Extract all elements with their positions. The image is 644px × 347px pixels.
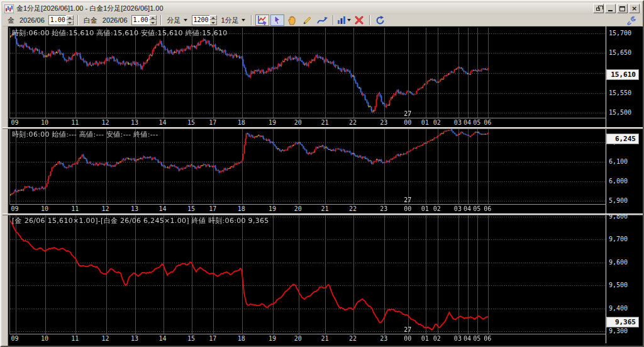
bar-chart-icon: [337, 16, 346, 25]
axis-label: 15,550: [609, 89, 631, 96]
x-axis-label: 01: [421, 335, 429, 342]
cursor-arrow-icon: [273, 16, 282, 25]
pan-tool-button[interactable]: [286, 14, 299, 26]
window-title: 金1分足[2026/06]1.00 - 白金1分足[2026/06]1.00: [16, 4, 592, 13]
close-button[interactable]: ×: [629, 4, 640, 13]
plot-gold-1min[interactable]: [9, 28, 606, 118]
price-inspect-icon: [257, 15, 267, 25]
delete-drawing-tool-button[interactable]: [352, 14, 366, 26]
axis-label: 5,900: [609, 197, 628, 204]
x-axis-label: 15: [187, 205, 195, 212]
x-axis-label: 05: [473, 205, 480, 212]
gold-label: 金: [8, 16, 14, 25]
axis-label: 9,800: [609, 213, 628, 220]
spinner-down-icon[interactable]: [209, 20, 217, 25]
platinum-label: 白金: [84, 16, 97, 25]
axis-label: 6,100: [609, 158, 628, 165]
platinum-ratio-value[interactable]: 1.00: [131, 15, 149, 25]
plot-gold-platinum-spread[interactable]: [9, 215, 606, 334]
toolbar: 金 2026/06 1.00 白金 2026/06 1.00 分足 1200 1…: [3, 14, 641, 26]
x-axis-label: 03: [454, 205, 462, 212]
axis-label: 6,000: [609, 178, 628, 185]
x-axis-label: 02: [433, 335, 441, 342]
plot-platinum-1min[interactable]: [9, 129, 606, 205]
x-axis-label: 15: [187, 119, 195, 126]
maximize-icon: [619, 6, 625, 11]
spinner-down-icon[interactable]: [66, 20, 74, 25]
x-axis-label: 20: [294, 119, 302, 126]
spinner-up-icon[interactable]: [66, 15, 74, 20]
x-axis-label: 14: [159, 335, 167, 342]
current-price-tag-gold-platinum-spread: 9,365: [606, 317, 639, 327]
info-line-gold-1min: 時刻:06:00 始値:15,610 高値:15,610 安値:15,610 終…: [12, 28, 228, 38]
chevron-down-icon: [184, 19, 187, 21]
x-axis-label: 23: [380, 119, 387, 126]
title-bar[interactable]: 金1分足[2026/06]1.00 - 白金1分足[2026/06]1.00 ×: [3, 3, 641, 14]
x-axis-label: 19: [269, 335, 276, 342]
gold-ratio-value[interactable]: 1.00: [48, 15, 66, 25]
wrench-icon: [627, 16, 636, 25]
refresh-tool-button[interactable]: [374, 14, 387, 26]
app-window: 金1分足[2026/06]1.00 - 白金1分足[2026/06]1.00 ×…: [0, 0, 644, 347]
x-axis-label: 21: [321, 335, 328, 342]
settings-wrench-button[interactable]: [625, 15, 638, 26]
platinum-ratio-spinner[interactable]: 1.00: [131, 15, 157, 25]
x-axis-label: 05: [473, 335, 480, 342]
draw-line-tool-button[interactable]: [301, 14, 314, 26]
x-axis-label: 03: [454, 119, 462, 126]
chevron-down-icon: [242, 19, 245, 21]
x-axis-label: 09: [11, 205, 19, 212]
x-axis-label: 22: [349, 335, 357, 342]
separator: [160, 15, 162, 25]
select-tool-button[interactable]: [270, 14, 284, 26]
axis-label: 9,500: [609, 282, 628, 288]
cascade-button[interactable]: [593, 4, 604, 13]
draw-curve-tool-button[interactable]: [316, 14, 330, 26]
x-axis-label: 20: [294, 205, 302, 212]
x-axis-label: 21: [321, 119, 328, 126]
x-axis-label: 17: [209, 205, 216, 212]
x-axis-label: 14: [159, 119, 167, 126]
platinum-month-label: 2026/06: [103, 16, 128, 24]
date-label: 27: [404, 110, 411, 117]
date-label: 27: [404, 326, 411, 333]
x-axis-label: 09: [11, 335, 19, 342]
current-price-tag-platinum-1min: 6,245: [606, 134, 639, 144]
gold-ratio-spinner[interactable]: 1.00: [48, 15, 74, 25]
x-axis-label: 15: [187, 335, 195, 342]
spinner-down-icon[interactable]: [149, 20, 157, 25]
maximize-button[interactable]: [617, 4, 628, 13]
x-axis-label: 17: [209, 119, 216, 126]
delete-x-icon: [355, 16, 364, 25]
spinner-up-icon[interactable]: [209, 15, 217, 20]
pencil-icon: [303, 16, 312, 25]
x-axis-label: 18: [238, 119, 245, 126]
x-axis-label: 22: [349, 119, 357, 126]
x-axis-label: 19: [269, 119, 276, 126]
left-gutter: [3, 26, 8, 346]
chart-type-tool-button[interactable]: [337, 14, 351, 26]
minimize-button[interactable]: [605, 4, 616, 13]
x-axis-label: 12: [102, 205, 109, 212]
x-axis-label: 21: [321, 205, 328, 212]
x-axis-label: 06: [484, 335, 491, 342]
axis-label: 9,600: [609, 259, 628, 266]
x-axis-label: 19: [269, 205, 276, 212]
separator: [333, 15, 334, 25]
x-axis-label: 01: [421, 119, 429, 126]
x-axis-label: 11: [71, 335, 79, 342]
x-axis-label: 02: [433, 119, 441, 126]
x-axis-label: 18: [238, 335, 245, 342]
interval-dropdown[interactable]: 1分足: [219, 14, 248, 26]
bar-count-value[interactable]: 1200: [192, 15, 209, 25]
price-inspect-tool-button[interactable]: [255, 14, 269, 26]
x-axis-label: 20: [294, 335, 302, 342]
bar-type-label: 分足: [167, 16, 181, 25]
x-axis-label: 23: [380, 335, 387, 342]
curve-icon: [317, 16, 328, 25]
x-axis-label: 01: [421, 205, 429, 212]
x-axis-label: 05: [473, 119, 480, 126]
spinner-up-icon[interactable]: [149, 15, 157, 20]
bar-count-spinner[interactable]: 1200: [192, 15, 217, 25]
bar-type-dropdown[interactable]: 分足: [165, 14, 190, 26]
